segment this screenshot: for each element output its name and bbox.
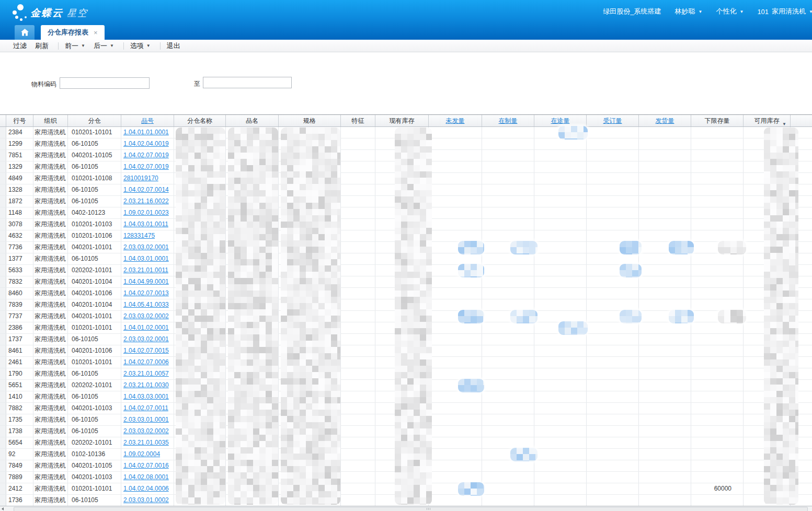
toolbar-button-5[interactable]: 选项▼ [130,41,151,51]
item-no-link[interactable]: 2810019170 [123,175,158,182]
item-no-link[interactable]: 2.03.21.16.0022 [123,198,169,205]
table-row[interactable]: 7832家用清洗机040201-101041.04.04.99.0001 [0,276,812,288]
table-row[interactable]: 1735家用清洗机06-101052.03.03.01.0001 [0,414,812,426]
material-code-to-input[interactable] [203,77,292,88]
org-switcher[interactable]: 101 家用清洗机 ▼ [757,7,809,16]
table-row[interactable]: 2461家用清洗机010201-101011.04.02.07.0006 [0,357,812,368]
table-row[interactable]: 7737家用清洗机040201-101012.03.03.02.0002 [0,311,812,322]
column-filter-arrow-icon[interactable]: ▼ [782,119,786,126]
table-row[interactable]: 1377家用清洗机06-101051.04.03.01.0001 [0,253,812,265]
item-no-link[interactable]: 1.04.01.01.0001 [123,129,169,136]
table-row[interactable]: 4849家用清洗机010201-101082810019170 [0,173,812,184]
table-row[interactable]: 5633家用清洗机020202-101012.03.21.01.0011 [0,265,812,276]
toolbar-button-2[interactable]: 刷新 [35,41,49,51]
item-no-link[interactable]: 2.03.03.02.0002 [123,427,169,435]
table-row[interactable]: 7851家用清洗机040201-101051.04.02.07.0019 [0,150,812,161]
table-row[interactable]: 2386家用清洗机010201-101011.04.01.02.0001 [0,322,812,334]
column-header-item-no[interactable]: 品号 [121,115,174,126]
item-no-link[interactable]: 128331475 [123,232,155,239]
table-row[interactable]: 7839家用清洗机040201-101041.04.05.41.0033 [0,299,812,311]
column-header-available[interactable]: 可用库存▼ [744,115,791,126]
item-no-link[interactable]: 2.03.21.01.0011 [123,266,168,274]
item-no-link[interactable]: 2.03.21.01.0035 [123,439,169,446]
table-row[interactable]: 5651家用清洗机020202-101012.03.21.01.0030 [0,380,812,391]
toolbar-button-6[interactable]: 退出 [167,41,180,51]
column-header-lower-limit[interactable]: 下限存量 [691,115,744,126]
toolbar-button-4[interactable]: 后一▼ [94,41,114,51]
item-no-link[interactable]: 2.03.21.01.0057 [123,370,169,377]
item-no-link[interactable]: 1.04.03.01.0001 [123,255,169,262]
item-no-link[interactable]: 1.04.02.07.0013 [123,289,169,297]
table-row[interactable]: 7736家用清洗机040201-101012.03.03.02.0001 [0,242,812,253]
item-no-link[interactable]: 1.04.02.07.0015 [123,347,169,354]
column-header-item-name[interactable]: 品名 [226,115,279,126]
scroll-left-arrow-icon[interactable] [2,507,4,510]
table-row[interactable]: 4632家用清洗机010201-10106128331475 [0,230,812,242]
column-header-line-no[interactable]: 行号 [6,115,33,126]
item-no-link[interactable]: 2.03.03.02.0001 [123,335,169,343]
table-row[interactable]: 1329家用清洗机06-101051.04.02.07.0019 [0,161,812,173]
column-header-warehouse-name[interactable]: 分仓名称 [174,115,226,126]
item-no-link[interactable]: 1.04.03.03.0001 [123,393,169,400]
item-no-link[interactable]: 1.04.04.99.0001 [123,278,169,285]
scrollbar-thumb[interactable] [14,507,808,511]
personalize-menu[interactable]: 个性化 ▼ [716,7,744,16]
table-row[interactable]: 7882家用清洗机040201-101031.04.02.07.0011 [0,403,812,414]
table-row[interactable]: 1737家用清洗机06-101052.03.03.02.0001 [0,334,812,345]
close-icon[interactable]: × [94,29,98,36]
item-no-link[interactable]: 1.04.02.07.0019 [123,152,169,159]
item-no-link[interactable]: 2.03.03.02.0002 [123,312,169,320]
item-no-link[interactable]: 2.03.03.01.0001 [123,416,169,423]
table-row[interactable]: 3078家用清洗机010201-101031.04.03.01.0011 [0,219,812,230]
table-row[interactable]: 1872家用清洗机06-101052.03.21.16.0022 [0,196,812,207]
column-header-unshipped[interactable]: 未发量 [429,115,482,126]
toolbar-button-1[interactable]: 过滤 [13,41,27,51]
table-row[interactable]: 1410家用清洗机06-101051.04.03.03.0001 [0,391,812,403]
item-no-link[interactable]: 1.04.03.01.0011 [123,220,168,228]
table-row[interactable]: 1736家用清洗机06-101052.03.03.01.0002 [0,495,812,506]
table-row[interactable]: 8461家用清洗机040201-101061.04.02.07.0015 [0,345,812,357]
table-row[interactable]: 7849家用清洗机040201-101051.04.02.07.0016 [0,460,812,472]
item-no-link[interactable]: 1.04.02.07.0011 [123,404,168,412]
item-no-link[interactable]: 1.04.02.04.0019 [123,140,169,147]
column-header-on-hand[interactable]: 现有库存 [375,115,429,126]
toolbar-button-3[interactable]: 前一▼ [65,41,85,51]
column-header-org[interactable]: 组织 [33,115,68,126]
table-row[interactable]: 8460家用清洗机040201-101061.04.02.07.0013 [0,288,812,299]
item-no-link[interactable]: 1.04.02.07.0019 [123,163,169,170]
table-row[interactable]: 5654家用清洗机020202-101012.03.21.01.0035 [0,437,812,449]
column-header-ordered[interactable]: 受订量 [587,115,639,126]
user-menu[interactable]: 林妙聪 ▼ [675,7,703,16]
horizontal-scrollbar[interactable] [0,506,812,511]
column-header-shipped[interactable]: 发货量 [639,115,691,126]
table-row[interactable]: 92家用清洗机0102-101361.09.02.0004 [0,449,812,460]
table-row[interactable]: 1738家用清洗机06-101052.03.03.02.0002 [0,426,812,437]
item-no-link[interactable]: 1.04.02.08.0001 [123,473,169,481]
tab-home[interactable] [15,25,35,40]
column-header-feature[interactable]: 特征 [341,115,375,126]
table-row[interactable]: 2412家用清洗机010201-101011.04.02.04.00066000… [0,483,812,495]
column-header-spec[interactable]: 规格 [279,115,341,126]
column-header-in-transit[interactable]: 在途量 [534,115,587,126]
tab-report[interactable]: 分仓库存报表 × [41,25,105,40]
table-row[interactable]: 2384家用清洗机010201-101011.04.01.01.0001 [0,127,812,138]
column-header-in-process[interactable]: 在制量 [482,115,534,126]
table-row[interactable]: 1790家用清洗机06-101052.03.21.01.0057 [0,368,812,380]
item-no-link[interactable]: 1.04.02.07.0014 [123,186,169,193]
material-code-from-input[interactable] [60,77,150,89]
table-row[interactable]: 1148家用清洗机0402-101231.09.02.01.0023 [0,207,812,219]
item-no-link[interactable]: 1.09.02.01.0023 [123,209,169,216]
item-no-link[interactable]: 2.03.03.02.0001 [123,243,169,251]
item-no-link[interactable]: 1.04.02.07.0006 [123,358,169,366]
item-no-link[interactable]: 1.04.02.04.0006 [123,485,169,492]
table-row[interactable]: 1299家用清洗机06-101051.04.02.04.0019 [0,138,812,150]
table-row[interactable]: 7889家用清洗机040201-101031.04.02.08.0001 [0,472,812,483]
item-no-link[interactable]: 2.03.21.01.0030 [123,381,169,389]
item-no-link[interactable]: 1.04.01.02.0001 [123,324,169,331]
table-row[interactable]: 1328家用清洗机06-101051.04.02.07.0014 [0,184,812,196]
column-header-warehouse[interactable]: 分仓 [68,115,121,126]
item-no-link[interactable]: 1.04.02.07.0016 [123,462,169,469]
item-no-link[interactable]: 2.03.03.01.0002 [123,496,169,504]
item-no-link[interactable]: 1.09.02.0004 [123,450,160,458]
item-no-link[interactable]: 1.04.05.41.0033 [123,301,169,308]
